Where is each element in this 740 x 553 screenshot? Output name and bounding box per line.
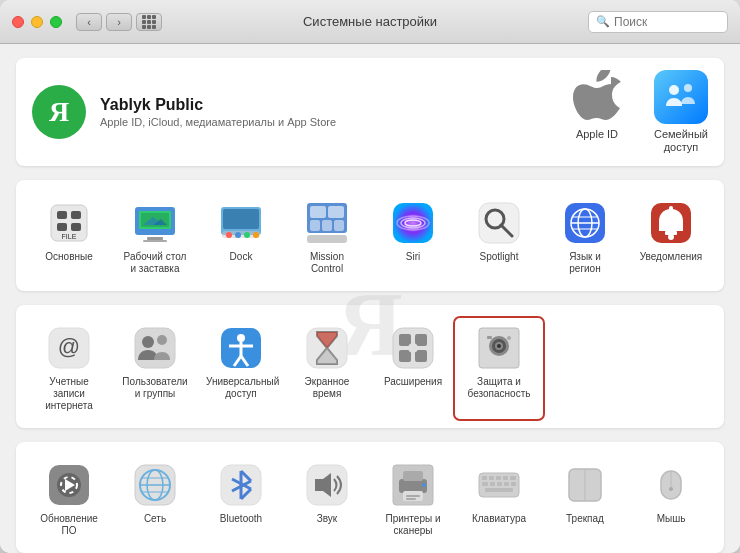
accessibility-icon: [218, 325, 264, 371]
profile-name: Yablyk Public: [100, 96, 570, 114]
dock-icon: [218, 200, 264, 246]
accessibility-label: Универсальныйдоступ: [206, 376, 276, 400]
svg-point-44: [668, 234, 674, 240]
minimize-button[interactable]: [31, 16, 43, 28]
system-preferences-window: ‹ › Системные настройки 🔍 Я Я Yablyk Pub…: [0, 0, 740, 553]
svg-rect-23: [310, 206, 326, 218]
svg-rect-60: [399, 334, 411, 346]
desktop-label: Рабочий столи заставка: [124, 251, 187, 275]
sound-item[interactable]: Звук: [284, 456, 370, 543]
svg-rect-100: [503, 476, 508, 480]
grid-view-button[interactable]: [136, 13, 162, 31]
extensions-icon: [390, 325, 436, 371]
svg-rect-101: [510, 476, 516, 480]
mouse-label: Мышь: [657, 513, 686, 525]
security-item[interactable]: Защита ибезопасность: [456, 319, 542, 418]
profile-info: Yablyk Public Apple ID, iCloud, медиамат…: [100, 96, 570, 128]
family-label: Семейныйдоступ: [654, 128, 708, 154]
language-item[interactable]: Язык ирегион: [542, 194, 628, 281]
svg-rect-97: [482, 476, 487, 480]
svg-point-95: [422, 483, 426, 487]
apple-id-icon: [570, 70, 624, 124]
mission-control-icon: [304, 200, 350, 246]
users-item[interactable]: Пользователии группы: [112, 319, 198, 418]
row-2-section: @ Учетные записиинтернета: [16, 305, 724, 428]
forward-button[interactable]: ›: [106, 13, 132, 31]
svg-rect-107: [485, 488, 513, 492]
profile-subtitle: Apple ID, iCloud, медиаматериалы и App S…: [100, 116, 570, 128]
mission-control-label: MissionControl: [310, 251, 344, 275]
accounts-item[interactable]: @ Учетные записиинтернета: [26, 319, 112, 418]
row-1-grid: FILE Основные: [26, 194, 714, 281]
svg-point-112: [669, 487, 673, 491]
svg-point-69: [497, 344, 501, 348]
family-icon: [654, 70, 708, 124]
mission-control-item[interactable]: MissionControl: [284, 194, 370, 281]
apple-id-label: Apple ID: [576, 128, 618, 141]
search-input[interactable]: [614, 15, 724, 29]
users-label: Пользователии группы: [122, 376, 187, 400]
svg-rect-13: [147, 237, 163, 240]
titlebar: ‹ › Системные настройки 🔍: [0, 0, 740, 44]
top-icon-group: Apple ID Семейныйдоступ: [570, 70, 708, 154]
desktop-item[interactable]: Рабочий столи заставка: [112, 194, 198, 281]
software-update-icon: [46, 462, 92, 508]
svg-rect-4: [71, 211, 81, 219]
svg-rect-103: [490, 482, 495, 486]
mouse-item[interactable]: Мышь: [628, 456, 714, 543]
row-1-section: FILE Основные: [16, 180, 724, 291]
notifications-item[interactable]: Уведомления: [628, 194, 714, 281]
spotlight-item[interactable]: Spotlight: [456, 194, 542, 281]
users-icon: [132, 325, 178, 371]
software-update-item[interactable]: ОбновлениеПО: [26, 456, 112, 543]
svg-rect-105: [504, 482, 509, 486]
search-bar[interactable]: 🔍: [588, 11, 728, 33]
general-icon: FILE: [46, 200, 92, 246]
general-label: Основные: [45, 251, 92, 263]
svg-rect-45: [669, 206, 673, 211]
mouse-icon: [648, 462, 694, 508]
dock-item[interactable]: Dock: [198, 194, 284, 281]
svg-rect-6: [71, 223, 81, 231]
svg-rect-5: [57, 223, 67, 231]
keyboard-icon: [476, 462, 522, 508]
extensions-label: Расширения: [384, 376, 442, 388]
svg-rect-29: [393, 203, 433, 243]
network-item[interactable]: Сеть: [112, 456, 198, 543]
svg-point-49: [142, 336, 154, 348]
family-icon-item[interactable]: Семейныйдоступ: [654, 70, 708, 154]
apple-id-icon-item[interactable]: Apple ID: [570, 70, 624, 154]
software-update-label: ОбновлениеПО: [40, 513, 98, 537]
svg-rect-14: [143, 240, 167, 242]
svg-rect-48: [135, 328, 175, 368]
general-item[interactable]: FILE Основные: [26, 194, 112, 281]
notifications-icon: [648, 200, 694, 246]
svg-point-64: [408, 343, 418, 353]
row-3-section: ОбновлениеПО: [16, 442, 724, 553]
svg-rect-63: [415, 350, 427, 362]
printers-label: Принтеры исканеры: [386, 513, 441, 537]
svg-rect-98: [489, 476, 494, 480]
extensions-item[interactable]: Расширения: [370, 319, 456, 418]
back-button[interactable]: ‹: [76, 13, 102, 31]
security-label: Защита ибезопасность: [468, 376, 531, 400]
keyboard-item[interactable]: Клавиатура: [456, 456, 542, 543]
svg-point-0: [669, 85, 679, 95]
dock-label: Dock: [230, 251, 253, 263]
content-area: Я Я Yablyk Public Apple ID, iCloud, меди…: [0, 44, 740, 553]
close-button[interactable]: [12, 16, 24, 28]
profile-section[interactable]: Я Yablyk Public Apple ID, iCloud, медиам…: [16, 58, 724, 166]
printers-item[interactable]: Принтеры исканеры: [370, 456, 456, 543]
screentime-item[interactable]: Экранноевремя: [284, 319, 370, 418]
trackpad-item[interactable]: Трекпад: [542, 456, 628, 543]
family-svg: [662, 78, 700, 116]
avatar: Я: [32, 85, 86, 139]
accessibility-item[interactable]: Универсальныйдоступ: [198, 319, 284, 418]
siri-item[interactable]: Siri: [370, 194, 456, 281]
bluetooth-item[interactable]: Bluetooth: [198, 456, 284, 543]
maximize-button[interactable]: [50, 16, 62, 28]
svg-point-20: [244, 232, 250, 238]
svg-point-52: [237, 334, 245, 342]
svg-rect-26: [322, 220, 332, 231]
svg-rect-28: [307, 235, 347, 243]
